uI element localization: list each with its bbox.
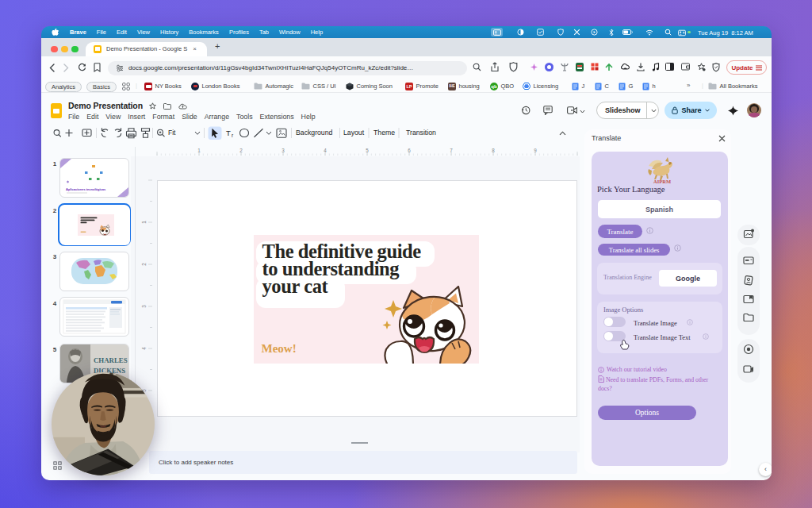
svg-text:3: 3 [141, 305, 147, 308]
svg-text:AIPRM: AIPRM [653, 179, 671, 184]
svg-text:Theme: Theme [373, 129, 395, 137]
svg-text:r: r [232, 133, 234, 138]
svg-text:Background: Background [296, 129, 333, 137]
svg-text:1: 1 [141, 221, 147, 224]
svg-text:Fit: Fit [168, 129, 176, 137]
svg-text:Aplicaciones tecnológicas: Aplicaciones tecnológicas [66, 187, 106, 191]
svg-text:Layout: Layout [343, 129, 365, 137]
svg-text:T: T [226, 129, 231, 137]
svg-text:CHARLES: CHARLES [94, 356, 128, 364]
svg-text:4: 4 [141, 347, 147, 350]
svg-text:2: 2 [141, 263, 147, 266]
svg-text:Transition: Transition [406, 129, 436, 137]
